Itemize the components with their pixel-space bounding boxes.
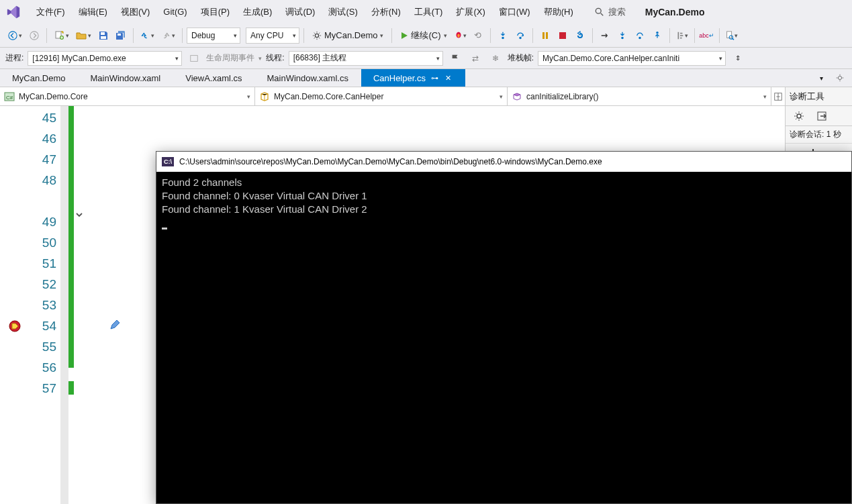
pin-icon[interactable]: ⊶ — [430, 74, 440, 83]
step-into2-button[interactable] — [614, 28, 630, 44]
console-titlebar[interactable]: C:\ C:\Users\admin\source\repos\MyCan.De… — [156, 152, 851, 172]
show-next-button[interactable] — [597, 28, 613, 44]
process-label: 进程: — [5, 52, 23, 64]
edit-marker-icon — [109, 319, 121, 331]
nav-member-combo[interactable]: canInitializeLibrary() — [508, 87, 771, 105]
menu-edit[interactable]: 编辑(E) — [73, 3, 113, 21]
settings-icon[interactable] — [791, 108, 807, 124]
svg-rect-6 — [101, 32, 105, 35]
svg-rect-13 — [546, 32, 548, 39]
diagnostic-title: 诊断工具 — [790, 91, 824, 103]
stop-edit-button[interactable]: ⟲ — [470, 28, 486, 44]
tab-mainwindow-xaml[interactable]: MainWindow.xaml — [78, 69, 173, 87]
run-target-button[interactable]: MyCan.Demo ▾ — [308, 28, 387, 44]
lifecycle-icon[interactable] — [186, 50, 202, 66]
svg-point-16 — [638, 36, 641, 39]
save-all-button[interactable] — [113, 28, 129, 44]
menu-bar: 文件(F) 编辑(E) 视图(V) Git(G) 项目(P) 生成(B) 调试(… — [0, 0, 852, 23]
menu-git[interactable]: Git(G) — [158, 4, 192, 19]
stack-customize-icon[interactable]: ⇕ — [730, 50, 746, 66]
vs-logo-icon — [5, 4, 21, 20]
save-button[interactable] — [95, 28, 111, 44]
svg-rect-8 — [117, 34, 121, 36]
method-icon — [512, 91, 522, 102]
menu-help[interactable]: 帮助(H) — [538, 3, 579, 21]
debug-toolbar: 进程: [12916] MyCan.Demo.exe 生命周期事件 ▾ 线程: … — [0, 48, 852, 69]
stop-button[interactable] — [555, 28, 571, 44]
svg-rect-22 — [191, 55, 198, 61]
tab-canhelper[interactable]: CanHelper.cs ⊶ ✕ — [361, 69, 465, 87]
tab-viewa[interactable]: ViewA.xaml.cs — [173, 69, 254, 87]
step-over2-button[interactable] — [632, 28, 648, 44]
fold-column[interactable] — [74, 106, 85, 504]
close-icon[interactable]: ✕ — [444, 74, 453, 83]
session-label: 诊断会话: 1 秒 — [786, 126, 852, 144]
tabs-settings-icon[interactable] — [832, 70, 848, 86]
glyph-margin[interactable] — [0, 106, 32, 504]
thread-combo[interactable]: [66836] 主线程 — [289, 51, 443, 66]
process-combo[interactable]: [12916] MyCan.Demo.exe — [28, 51, 182, 66]
config-combo[interactable]: Debug — [187, 28, 240, 44]
step-into-icon[interactable] — [495, 28, 511, 44]
svg-point-2 — [9, 31, 17, 39]
svg-rect-12 — [542, 32, 545, 39]
run-target-label: MyCan.Demo — [324, 30, 377, 40]
menu-ext[interactable]: 扩展(X) — [451, 3, 490, 21]
menu-analyze[interactable]: 分析(N) — [366, 3, 406, 21]
menu-test[interactable]: 测试(S) — [323, 3, 363, 21]
undo-button[interactable]: ▾ — [138, 31, 157, 40]
platform-combo[interactable]: Any CPU — [246, 28, 299, 44]
stack-combo[interactable]: MyCan.Demo.Core.CanHelper.canIniti — [538, 51, 726, 66]
svg-rect-7 — [101, 36, 106, 39]
menu-view[interactable]: 视图(V) — [115, 3, 155, 21]
pause-button[interactable] — [537, 28, 553, 44]
redo-button[interactable]: ▾ — [158, 31, 178, 40]
freeze-icon[interactable]: ❄ — [487, 50, 504, 66]
document-tabs: MyCan.Demo MainWindow.xaml ViewA.xaml.cs… — [0, 69, 852, 87]
gear-icon — [312, 31, 322, 40]
nav-project-combo[interactable]: C# MyCan.Demo.Core — [0, 87, 255, 105]
tabs-dropdown-icon[interactable]: ▾ — [813, 70, 829, 86]
search-box[interactable]: 搜索 — [595, 6, 626, 18]
class-icon — [259, 91, 270, 102]
menu-debug[interactable]: 调试(D) — [280, 3, 320, 21]
new-button[interactable]: ▾ — [51, 30, 72, 41]
continue-button[interactable]: 继续(C) ▾ — [396, 28, 451, 44]
menu-window[interactable]: 窗口(W) — [493, 3, 536, 21]
svg-point-10 — [502, 36, 504, 39]
intellisense-button[interactable]: ▾ — [674, 28, 690, 44]
step-over-icon[interactable] — [512, 28, 528, 44]
find-file-button[interactable]: ▾ — [724, 28, 740, 44]
search-icon — [595, 7, 604, 17]
console-output: Found 2 channels Found channel: 0 Kvaser… — [156, 172, 851, 234]
split-editor-icon[interactable] — [771, 92, 785, 101]
hot-reload-button[interactable]: ▾ — [453, 28, 469, 44]
forward-button[interactable] — [26, 28, 42, 44]
tab-mainwindow-cs[interactable]: MainWindow.xaml.cs — [255, 69, 361, 87]
menu-build[interactable]: 生成(B) — [238, 3, 277, 21]
back-button[interactable]: ▾ — [5, 31, 25, 40]
flag-icon[interactable] — [447, 50, 463, 66]
svg-point-9 — [315, 34, 318, 37]
menu-project[interactable]: 项目(P) — [195, 3, 235, 21]
find-abc-button[interactable]: abc↵ — [699, 28, 715, 44]
thread-toggle-icon[interactable]: ⇄ — [467, 50, 483, 66]
expand-icon[interactable] — [814, 108, 830, 124]
restart-button[interactable] — [572, 28, 588, 44]
breakpoint-arrow-icon[interactable] — [8, 319, 21, 333]
svg-line-21 — [732, 38, 735, 40]
main-toolbar: ▾ ▾ ▾ ▾ ▾ Debug Any CPU MyCan.Demo ▾ 继续(… — [0, 23, 852, 48]
step-out-button[interactable] — [649, 28, 665, 44]
lifecycle-label: 生命周期事件 — [206, 52, 254, 64]
console-window[interactable]: C:\ C:\Users\admin\source\repos\MyCan.De… — [156, 151, 852, 504]
menu-tools[interactable]: 工具(T) — [409, 3, 448, 21]
menu-file[interactable]: 文件(F) — [31, 3, 70, 21]
chevron-down-icon[interactable] — [75, 210, 84, 219]
nav-row: C# MyCan.Demo.Core MyCan.Demo.Core.CanHe… — [0, 87, 785, 106]
continue-label: 继续(C) — [411, 30, 440, 42]
diagnostic-header: 诊断工具 — [785, 87, 852, 106]
open-button[interactable]: ▾ — [73, 30, 94, 41]
nav-class-combo[interactable]: MyCan.Demo.Core.CanHelper — [255, 87, 508, 105]
tab-mycan-demo[interactable]: MyCan.Demo — [0, 69, 78, 87]
thread-label: 线程: — [266, 52, 284, 64]
